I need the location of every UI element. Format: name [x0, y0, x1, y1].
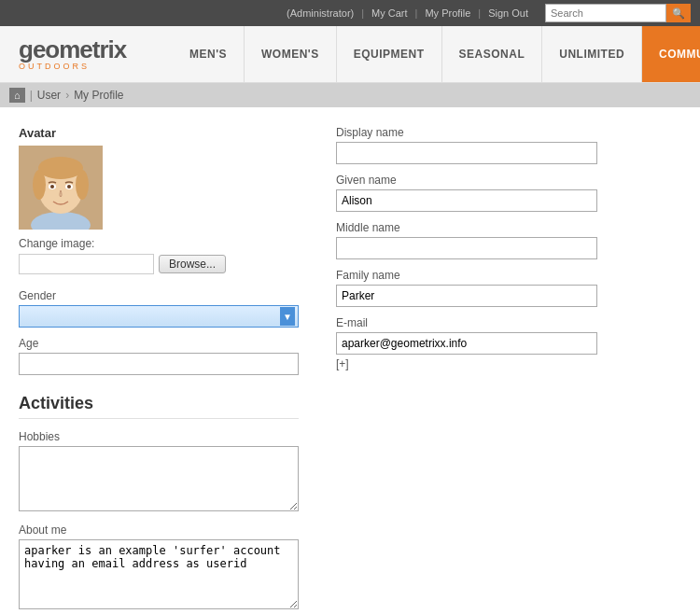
file-path-input[interactable] [19, 254, 154, 274]
logo-name: geometrix [19, 37, 154, 62]
my-profile-link[interactable]: My Profile [425, 7, 470, 19]
given-name-label: Given name [336, 174, 597, 187]
search-button[interactable]: 🔍 [666, 4, 691, 22]
svg-point-9 [50, 185, 54, 188]
logo[interactable]: geometrix OUTDOORS [0, 26, 173, 82]
breadcrumb-current[interactable]: My Profile [74, 89, 123, 102]
nav-womens[interactable]: WOMEN'S [245, 26, 337, 82]
display-name-group: Display name [336, 126, 597, 164]
svg-point-5 [33, 170, 46, 200]
right-col-inner: Display name Given name Middle name Fami… [336, 126, 597, 370]
about-me-group: About me aparker is an example 'surfer' … [19, 523, 299, 612]
search-area: 🔍 [545, 4, 691, 22]
avatar-box [19, 146, 299, 230]
breadcrumb: ⌂ | User › My Profile [0, 83, 700, 107]
avatar-label: Avatar [19, 126, 299, 140]
nav-unlimited[interactable]: UNLIMITED [542, 26, 642, 82]
nav-seasonal[interactable]: SEASONAL [442, 26, 543, 82]
search-input[interactable] [545, 4, 666, 22]
age-group: Age [19, 337, 299, 375]
left-column: Avatar [19, 126, 299, 614]
email-add-button[interactable]: [+] [336, 357, 597, 370]
main-content: Avatar [0, 107, 700, 614]
file-upload-row: Browse... [19, 254, 299, 274]
middle-name-input[interactable] [336, 237, 597, 259]
right-column: Display name Given name Middle name Fami… [336, 126, 681, 614]
sign-out-link[interactable]: Sign Out [488, 7, 528, 19]
age-label: Age [19, 337, 299, 350]
about-me-label: About me [19, 523, 299, 537]
gender-group: Gender Male Female ▼ [19, 289, 299, 328]
email-input[interactable] [336, 332, 597, 355]
middle-name-label: Middle name [336, 221, 597, 234]
gender-label: Gender [19, 289, 299, 302]
activities-header: Activities [19, 394, 299, 419]
hobbies-label: Hobbies [19, 430, 299, 443]
display-name-input[interactable] [336, 142, 597, 164]
family-name-group: Family name [336, 269, 597, 307]
top-bar: (Administrator) | My Cart | My Profile |… [0, 0, 700, 26]
svg-point-4 [38, 157, 83, 179]
header: geometrix OUTDOORS MEN'S WOMEN'S EQUIPME… [0, 26, 700, 83]
svg-point-6 [76, 170, 89, 200]
admin-label: (Administrator) [287, 7, 354, 19]
display-name-label: Display name [336, 126, 597, 139]
about-me-textarea[interactable]: aparker is an example 'surfer' account h… [19, 539, 299, 609]
family-name-label: Family name [336, 269, 597, 282]
age-input[interactable] [19, 353, 299, 375]
profile-layout: Avatar [19, 126, 681, 614]
email-label: E-mail [336, 316, 597, 329]
nav-community[interactable]: COMMUNITY [642, 26, 700, 82]
family-name-input[interactable] [336, 285, 597, 307]
hobbies-group: Hobbies [19, 430, 299, 514]
logo-sub: OUTDOORS [19, 62, 154, 71]
breadcrumb-user[interactable]: User [37, 89, 61, 102]
given-name-group: Given name [336, 174, 597, 212]
main-nav: MEN'S WOMEN'S EQUIPMENT SEASONAL UNLIMIT… [173, 26, 700, 82]
hobbies-textarea[interactable] [19, 446, 299, 511]
avatar-image [19, 146, 103, 230]
avatar-svg [19, 146, 103, 230]
my-cart-link[interactable]: My Cart [371, 7, 408, 19]
given-name-input[interactable] [336, 189, 597, 212]
email-group: E-mail [+] [336, 316, 597, 370]
change-image-label: Change image: [19, 237, 299, 250]
browse-button[interactable]: Browse... [159, 255, 226, 273]
nav-equipment[interactable]: EQUIPMENT [337, 26, 442, 82]
gender-select-wrap: Male Female ▼ [19, 305, 299, 328]
home-icon[interactable]: ⌂ [9, 88, 25, 103]
svg-point-10 [67, 185, 71, 188]
gender-select[interactable]: Male Female [19, 305, 299, 328]
nav-mens[interactable]: MEN'S [173, 26, 245, 82]
middle-name-group: Middle name [336, 221, 597, 259]
